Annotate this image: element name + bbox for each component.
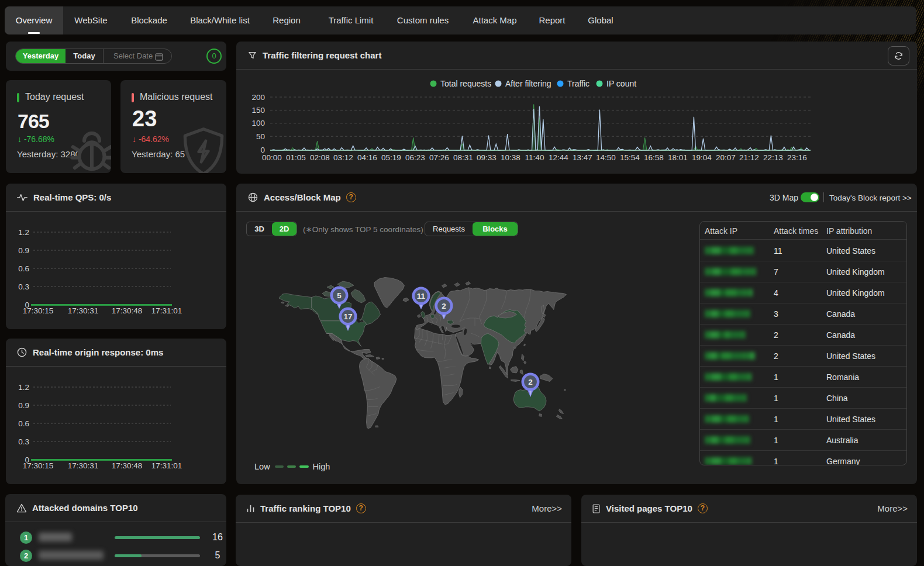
- svg-text:0.3: 0.3: [18, 282, 29, 291]
- svg-text:17: 17: [343, 312, 352, 321]
- svg-text:12:44: 12:44: [549, 153, 568, 162]
- svg-text:17:31:01: 17:31:01: [151, 306, 182, 315]
- svg-text:After filtering: After filtering: [505, 79, 551, 88]
- svg-text:17:30:15: 17:30:15: [23, 306, 54, 315]
- svg-text:0.6: 0.6: [18, 419, 29, 428]
- svg-text:17:31:01: 17:31:01: [151, 461, 182, 470]
- svg-text:100: 100: [251, 119, 265, 127]
- svg-text:2: 2: [528, 378, 533, 386]
- svg-text:200: 200: [251, 93, 265, 102]
- svg-text:23:16: 23:16: [787, 153, 807, 162]
- svg-text:17:30:48: 17:30:48: [112, 306, 143, 315]
- svg-text:17:30:31: 17:30:31: [68, 461, 99, 470]
- svg-text:0.6: 0.6: [18, 264, 29, 273]
- svg-text:19:04: 19:04: [692, 153, 712, 162]
- svg-text:150: 150: [251, 106, 265, 115]
- svg-text:1.2: 1.2: [18, 228, 29, 237]
- svg-text:1.2: 1.2: [18, 383, 29, 392]
- svg-text:21:12: 21:12: [739, 153, 759, 162]
- svg-text:22:13: 22:13: [763, 153, 783, 162]
- svg-text:07:26: 07:26: [429, 153, 449, 162]
- svg-text:50: 50: [256, 132, 265, 141]
- svg-text:5: 5: [337, 291, 342, 300]
- svg-text:20:07: 20:07: [716, 153, 736, 162]
- svg-text:18:01: 18:01: [668, 153, 688, 162]
- svg-text:09:33: 09:33: [477, 153, 497, 162]
- svg-text:IP count: IP count: [606, 79, 636, 88]
- svg-text:06:23: 06:23: [405, 153, 425, 162]
- svg-text:Total requests: Total requests: [440, 79, 491, 88]
- svg-text:Traffic: Traffic: [567, 79, 589, 88]
- svg-text:15:54: 15:54: [620, 153, 640, 162]
- svg-text:17:30:31: 17:30:31: [68, 306, 99, 315]
- svg-text:14:50: 14:50: [596, 153, 616, 162]
- svg-text:04:16: 04:16: [357, 153, 377, 162]
- svg-text:16:58: 16:58: [644, 153, 664, 162]
- svg-text:17:30:48: 17:30:48: [112, 461, 143, 470]
- svg-text:0.9: 0.9: [18, 246, 29, 255]
- svg-text:0.3: 0.3: [18, 437, 29, 446]
- svg-text:03:12: 03:12: [333, 153, 353, 162]
- svg-text:11:40: 11:40: [525, 153, 544, 162]
- svg-text:0.9: 0.9: [18, 401, 29, 410]
- svg-text:10:38: 10:38: [501, 153, 520, 162]
- svg-text:05:19: 05:19: [381, 153, 401, 162]
- svg-text:01:05: 01:05: [286, 153, 306, 162]
- svg-text:08:31: 08:31: [453, 153, 473, 162]
- svg-text:02:08: 02:08: [310, 153, 330, 162]
- svg-text:2: 2: [442, 302, 446, 310]
- svg-text:00:00: 00:00: [262, 153, 282, 162]
- svg-text:13:47: 13:47: [573, 153, 592, 162]
- svg-text:17:30:15: 17:30:15: [23, 461, 54, 470]
- svg-text:11: 11: [417, 292, 426, 301]
